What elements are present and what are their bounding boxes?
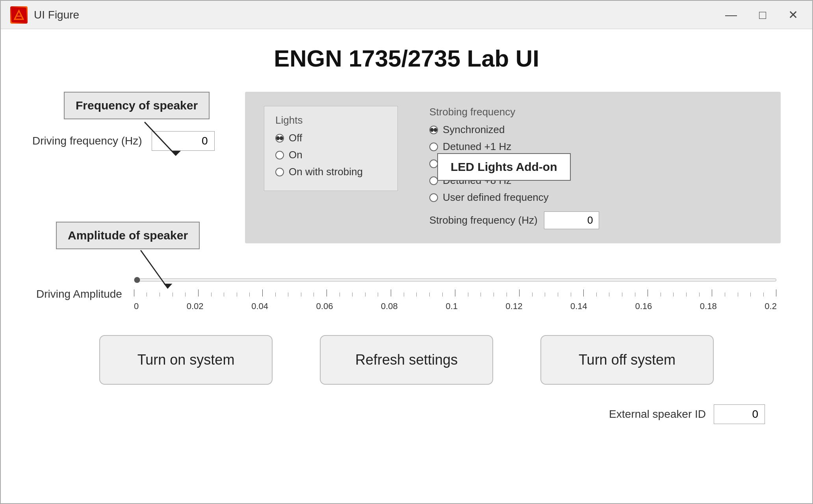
- titlebar: UI Figure — □ ✕: [1, 1, 812, 29]
- lights-panel: Lights Off On On: [264, 106, 398, 191]
- lights-on-label: On: [289, 149, 303, 161]
- turn-off-button[interactable]: Turn off system: [540, 335, 714, 385]
- strobing-sync-label: Synchronized: [443, 124, 505, 136]
- slider-container: 0 0.02 0.04 0.06 0.08 0.1 0.12 0.14 0.16…: [134, 277, 777, 311]
- amplitude-callout-label: Amplitude of speaker: [56, 222, 200, 249]
- lights-off-label: Off: [289, 132, 302, 144]
- buttons-row: Turn on system Refresh settings Turn off…: [32, 335, 781, 385]
- amplitude-slider-label: Driving Amplitude: [36, 288, 122, 300]
- strobing-radio-detuned1[interactable]: [429, 143, 438, 151]
- speaker-id-input[interactable]: [714, 404, 765, 424]
- strobing-option-user[interactable]: User defined frequency: [429, 191, 599, 204]
- strobing-frequency-input[interactable]: [544, 211, 599, 229]
- turn-on-button[interactable]: Turn on system: [99, 335, 273, 385]
- slider-label-018: 0.18: [700, 301, 717, 311]
- window-controls: — □ ✕: [720, 7, 803, 22]
- led-tooltip: LED Lights Add-on: [437, 153, 571, 181]
- strobing-option-sync[interactable]: Synchronized: [429, 124, 599, 136]
- lights-option-on[interactable]: On: [275, 149, 386, 161]
- slider-label-008: 0.08: [381, 301, 398, 311]
- minimize-button[interactable]: —: [720, 7, 742, 22]
- lights-strobing-label: On with strobing: [289, 166, 363, 178]
- lights-section-title: Lights: [275, 114, 386, 126]
- window: UI Figure — □ ✕ ENGN 1735/2735 Lab UI Fr…: [0, 0, 813, 504]
- slider-label-006: 0.06: [316, 301, 333, 311]
- slider-label-012: 0.12: [506, 301, 523, 311]
- strobing-radio-detuned5[interactable]: [429, 159, 438, 168]
- frequency-input-row: Driving frequency (Hz): [32, 131, 237, 151]
- frequency-section: Frequency of speaker Driving frequency (…: [32, 92, 237, 151]
- speaker-id-label: External speaker ID: [609, 408, 706, 421]
- strobing-section-title: Strobing frequency: [429, 106, 599, 118]
- frequency-arrow: [137, 120, 184, 163]
- app-icon: [10, 6, 28, 24]
- led-tooltip-label: LED Lights Add-on: [451, 160, 557, 173]
- refresh-button[interactable]: Refresh settings: [320, 335, 493, 385]
- svg-marker-4: [171, 151, 181, 156]
- svg-marker-6: [163, 284, 172, 289]
- page-title: ENGN 1735/2735 Lab UI: [32, 45, 781, 72]
- amplitude-arrow: [132, 248, 179, 296]
- amplitude-callout-box: Amplitude of speaker: [56, 222, 237, 249]
- strobing-option-detuned1[interactable]: Detuned +1 Hz: [429, 141, 599, 153]
- strobing-radio-detuned8[interactable]: [429, 176, 438, 185]
- window-title: UI Figure: [34, 9, 720, 21]
- strobing-radio-sync[interactable]: [429, 126, 438, 134]
- lights-radio-on[interactable]: [275, 151, 284, 159]
- strobing-input-label: Strobing frequency (Hz): [429, 214, 538, 226]
- maximize-button[interactable]: □: [754, 7, 771, 22]
- amplitude-slider[interactable]: [134, 277, 777, 283]
- lights-radio-off[interactable]: [275, 134, 284, 143]
- slider-label-004: 0.04: [251, 301, 268, 311]
- slider-label-0: 0: [134, 301, 139, 311]
- strobing-user-label: User defined frequency: [443, 191, 549, 204]
- slider-label-002: 0.02: [187, 301, 204, 311]
- main-content: ENGN 1735/2735 Lab UI Frequency of speak…: [1, 29, 812, 503]
- strobing-radio-user[interactable]: [429, 193, 438, 202]
- svg-line-5: [141, 250, 168, 289]
- slider-label-01: 0.1: [445, 301, 458, 311]
- frequency-callout-label: Frequency of speaker: [64, 92, 210, 119]
- slider-label-016: 0.16: [635, 301, 652, 311]
- strobing-detuned1-label: Detuned +1 Hz: [443, 141, 511, 153]
- close-button[interactable]: ✕: [783, 7, 803, 22]
- middle-section: Frequency of speaker Driving frequency (…: [32, 92, 781, 253]
- slider-label-014: 0.14: [570, 301, 587, 311]
- slider-label-02: 0.2: [765, 301, 777, 311]
- left-panel: Frequency of speaker Driving frequency (…: [32, 92, 237, 253]
- lights-option-strobing[interactable]: On with strobing: [275, 166, 386, 178]
- frequency-input-label: Driving frequency (Hz): [32, 135, 142, 147]
- slider-labels: 0 0.02 0.04 0.06 0.08 0.1 0.12 0.14 0.16…: [134, 301, 777, 311]
- frequency-callout-box: Frequency of speaker: [64, 92, 237, 119]
- right-panel: Lights Off On On: [245, 92, 781, 243]
- lights-option-off[interactable]: Off: [275, 132, 386, 144]
- amplitude-section: Amplitude of speaker: [32, 222, 237, 253]
- bottom-row: External speaker ID: [32, 404, 781, 424]
- strobing-input-row: Strobing frequency (Hz): [429, 211, 599, 229]
- svg-line-3: [145, 122, 176, 156]
- lights-radio-strobing[interactable]: [275, 168, 284, 176]
